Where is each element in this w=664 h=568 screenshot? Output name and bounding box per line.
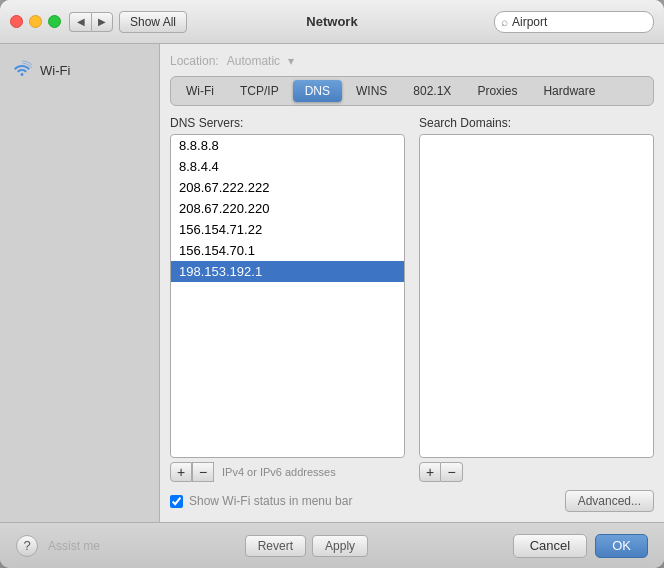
wifi-icon bbox=[12, 60, 32, 80]
dns-panel: DNS Servers: 8.8.8.8 8.8.4.4 208.67.222.… bbox=[170, 116, 654, 482]
sidebar-item-wifi[interactable]: Wi-Fi bbox=[0, 54, 159, 86]
tab-hardware[interactable]: Hardware bbox=[531, 80, 607, 102]
network-window: ◀ ▶ Show All Network ⌕ ✕ bbox=[0, 0, 664, 568]
tab-tcpip[interactable]: TCP/IP bbox=[228, 80, 291, 102]
sidebar-item-wifi-label: Wi-Fi bbox=[40, 63, 70, 78]
location-bar: Location: Automatic ▾ bbox=[170, 54, 654, 68]
tab-wins[interactable]: WINS bbox=[344, 80, 399, 102]
search-input[interactable] bbox=[512, 15, 662, 29]
titlebar: ◀ ▶ Show All Network ⌕ ✕ bbox=[0, 0, 664, 44]
search-domains-list[interactable] bbox=[419, 134, 654, 458]
traffic-lights bbox=[10, 15, 61, 28]
forward-button[interactable]: ▶ bbox=[91, 12, 113, 32]
dns-servers-column: DNS Servers: 8.8.8.8 8.8.4.4 208.67.222.… bbox=[170, 116, 405, 482]
close-button[interactable] bbox=[10, 15, 23, 28]
search-domains-scroll[interactable] bbox=[420, 135, 653, 457]
list-item[interactable]: 8.8.8.8 bbox=[171, 135, 404, 156]
help-button[interactable]: ? bbox=[16, 535, 38, 557]
dns-servers-scroll[interactable]: 8.8.8.8 8.8.4.4 208.67.222.222 208.67.22… bbox=[171, 135, 404, 457]
ok-button[interactable]: OK bbox=[595, 534, 648, 558]
list-item[interactable]: 156.154.71.22 bbox=[171, 219, 404, 240]
tab-8021x[interactable]: 802.1X bbox=[401, 80, 463, 102]
window-title: Network bbox=[306, 14, 357, 29]
revert-button[interactable]: Revert bbox=[245, 535, 306, 557]
dialog-actions: Cancel OK bbox=[513, 534, 648, 558]
search-icon: ⌕ bbox=[501, 15, 508, 29]
location-label: Location: bbox=[170, 54, 219, 68]
wifi-status-bar: Show Wi-Fi status in menu bar Advanced..… bbox=[170, 490, 654, 512]
dns-servers-controls: + − IPv4 or IPv6 addresses bbox=[170, 462, 405, 482]
list-item[interactable]: 8.8.4.4 bbox=[171, 156, 404, 177]
tab-proxies[interactable]: Proxies bbox=[465, 80, 529, 102]
back-button[interactable]: ◀ bbox=[69, 12, 91, 32]
main-area: Wi-Fi Location: Automatic ▾ Wi-Fi TCP/IP… bbox=[0, 44, 664, 522]
show-all-button[interactable]: Show All bbox=[119, 11, 187, 33]
search-box: ⌕ ✕ bbox=[494, 11, 654, 33]
list-item[interactable]: 208.67.220.220 bbox=[171, 198, 404, 219]
dns-hint: IPv4 or IPv6 addresses bbox=[222, 466, 336, 478]
dns-servers-label: DNS Servers: bbox=[170, 116, 405, 130]
search-domains-controls: + − bbox=[419, 462, 654, 482]
add-dns-server-button[interactable]: + bbox=[170, 462, 192, 482]
dns-servers-list[interactable]: 8.8.8.8 8.8.4.4 208.67.222.222 208.67.22… bbox=[170, 134, 405, 458]
list-item-selected[interactable]: 198.153.192.1 bbox=[171, 261, 404, 282]
apply-button[interactable]: Apply bbox=[312, 535, 368, 557]
remove-dns-server-button[interactable]: − bbox=[192, 462, 214, 482]
tab-wifi[interactable]: Wi-Fi bbox=[174, 80, 226, 102]
tab-bar: Wi-Fi TCP/IP DNS WINS 802.1X Proxies Har… bbox=[170, 76, 654, 106]
chevron-down-icon: ▾ bbox=[288, 54, 294, 68]
location-value: Automatic bbox=[227, 54, 280, 68]
assist-me-label: Assist me bbox=[48, 539, 100, 553]
search-domains-label: Search Domains: bbox=[419, 116, 654, 130]
sidebar: Wi-Fi bbox=[0, 44, 160, 522]
list-item[interactable]: 208.67.222.222 bbox=[171, 177, 404, 198]
remove-domain-button[interactable]: − bbox=[441, 462, 463, 482]
bottom-bar: ? Assist me Revert Apply Cancel OK bbox=[0, 522, 664, 568]
list-item[interactable]: 156.154.70.1 bbox=[171, 240, 404, 261]
wifi-status-checkbox[interactable] bbox=[170, 495, 183, 508]
wifi-status-label: Show Wi-Fi status in menu bar bbox=[189, 494, 352, 508]
nav-controls: ◀ ▶ Show All bbox=[69, 11, 187, 33]
cancel-button[interactable]: Cancel bbox=[513, 534, 587, 558]
content-panel: Location: Automatic ▾ Wi-Fi TCP/IP DNS W… bbox=[160, 44, 664, 522]
search-domains-column: Search Domains: + − bbox=[419, 116, 654, 482]
add-domain-button[interactable]: + bbox=[419, 462, 441, 482]
advanced-button[interactable]: Advanced... bbox=[565, 490, 654, 512]
minimize-button[interactable] bbox=[29, 15, 42, 28]
tab-dns[interactable]: DNS bbox=[293, 80, 342, 102]
maximize-button[interactable] bbox=[48, 15, 61, 28]
